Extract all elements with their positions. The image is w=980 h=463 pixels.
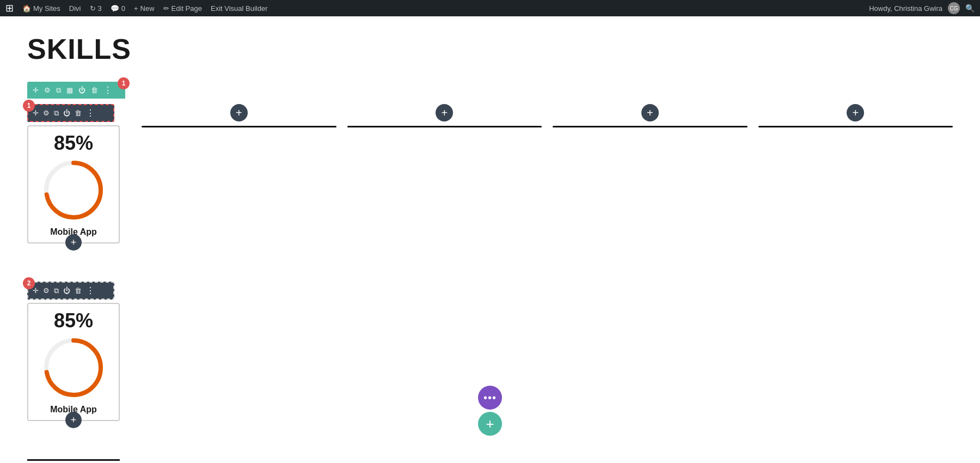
module-2-circle <box>41 335 106 400</box>
floating-add-btn[interactable]: + <box>478 412 502 436</box>
row1-duplicate-icon[interactable]: ⧉ <box>54 109 59 118</box>
col-2-add-btn[interactable]: + <box>230 104 248 121</box>
section-settings-icon[interactable]: ⚙ <box>44 86 51 94</box>
col-3: + <box>347 104 542 127</box>
col-3-divider <box>347 126 542 127</box>
row1-disable-icon[interactable]: ⏻ <box>63 109 70 117</box>
module-card-2: 85% Mobile App + <box>27 303 120 421</box>
module-2-wrapper: 2 ✛ ⚙ ⧉ ⏻ 🗑 ⋮ 85% <box>27 282 120 421</box>
row2-disable-icon[interactable]: ⏻ <box>63 287 70 295</box>
module-card-1: 85% Mobile App + <box>27 125 120 243</box>
avatar[interactable]: CG <box>948 2 960 14</box>
col-5-divider <box>758 126 953 127</box>
section-duplicate-icon[interactable]: ⧉ <box>56 86 61 95</box>
col-4-add-btn[interactable]: + <box>641 104 659 121</box>
row2-delete-icon[interactable]: 🗑 <box>75 287 82 295</box>
edit-page-link[interactable]: ✏ Edit Page <box>163 4 202 13</box>
floating-dots-btn[interactable]: ••• <box>478 386 502 410</box>
row-toolbar-1: 1 ✛ ⚙ ⧉ ⏻ 🗑 ⋮ <box>27 104 114 122</box>
row2-move-icon[interactable]: ✛ <box>33 287 39 295</box>
exit-vb-link[interactable]: Exit Visual Builder <box>211 4 268 13</box>
row1-settings-icon[interactable]: ⚙ <box>43 109 50 117</box>
col-5: + <box>758 104 953 127</box>
section-move-icon[interactable]: ✛ <box>33 86 39 94</box>
module-1-percent: 85% <box>34 132 113 155</box>
col-1: 1 ✛ ⚙ ⧉ ⏻ 🗑 ⋮ 85% <box>27 104 131 461</box>
search-icon[interactable]: 🔍 <box>965 4 975 13</box>
module-1-add-btn[interactable]: + <box>65 234 82 251</box>
revisions-icon: ↻ <box>90 4 96 13</box>
module-2-percent: 85% <box>34 309 113 332</box>
section-disable-icon[interactable]: ⏻ <box>78 86 85 94</box>
row1-delete-icon[interactable]: 🗑 <box>75 109 82 117</box>
col-4: + <box>553 104 748 127</box>
floating-buttons: ••• + <box>478 386 502 436</box>
col-3-add-btn[interactable]: + <box>436 104 453 121</box>
howdy-text: Howdy, Christina Gwira <box>869 4 942 13</box>
section-more-icon[interactable]: ⋮ <box>103 85 112 95</box>
comments-link[interactable]: 💬 0 <box>111 4 125 13</box>
module-1-wrapper: 1 ✛ ⚙ ⧉ ⏻ 🗑 ⋮ 85% <box>27 104 120 243</box>
pencil-icon: ✏ <box>163 4 169 13</box>
admin-bar-right: Howdy, Christina Gwira CG 🔍 <box>869 2 975 14</box>
row1-move-icon[interactable]: ✛ <box>33 109 39 117</box>
section-columns-icon[interactable]: ▦ <box>66 86 73 94</box>
row2-settings-icon[interactable]: ⚙ <box>43 287 50 295</box>
revisions-link[interactable]: ↻ 3 <box>90 4 102 13</box>
divi-link[interactable]: Divi <box>69 4 81 13</box>
comment-icon: 💬 <box>111 4 119 13</box>
module-col: 1 ✛ ⚙ ⧉ ⏻ 🗑 ⋮ 85% <box>27 104 120 461</box>
module-1-circle <box>41 157 106 223</box>
section-badge: 1 <box>118 77 130 89</box>
col-5-add-btn[interactable]: + <box>847 104 864 121</box>
col-2-divider <box>142 126 336 127</box>
row2-duplicate-icon[interactable]: ⧉ <box>54 287 59 295</box>
row1-more-icon[interactable]: ⋮ <box>86 108 95 118</box>
col-2: + <box>142 104 336 127</box>
my-sites-link[interactable]: 🏠 My Sites <box>22 4 60 13</box>
new-link[interactable]: + New <box>134 4 155 13</box>
plus-icon: + <box>134 4 138 13</box>
col-4-divider <box>553 126 748 127</box>
my-sites-icon: 🏠 <box>22 4 31 13</box>
module-2-add-btn[interactable]: + <box>65 412 82 428</box>
admin-bar: ⊞ 🏠 My Sites Divi ↻ 3 💬 0 + New ✏ Edit P… <box>0 0 980 16</box>
page-title: SKILLS <box>27 33 953 65</box>
wp-logo[interactable]: ⊞ <box>5 2 14 14</box>
section-toolbar: ✛ ⚙ ⧉ ▦ ⏻ 🗑 ⋮ 1 <box>27 82 125 99</box>
row-divider <box>27 459 120 461</box>
row-toolbar-2: 2 ✛ ⚙ ⧉ ⏻ 🗑 ⋮ <box>27 282 114 300</box>
row2-more-icon[interactable]: ⋮ <box>86 285 95 296</box>
section-delete-icon[interactable]: 🗑 <box>91 86 98 94</box>
